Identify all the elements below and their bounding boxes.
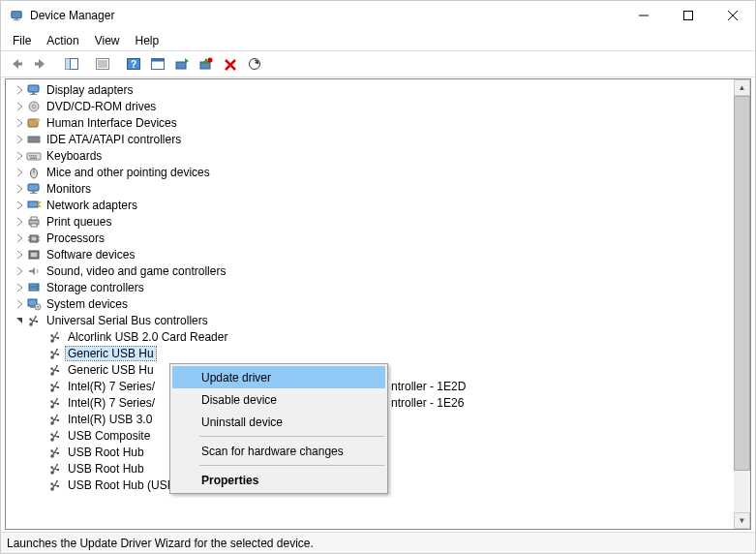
svg-rect-7	[17, 63, 22, 66]
tree-category[interactable]: Software devices	[6, 246, 734, 262]
svg-point-104	[50, 400, 52, 402]
tree-category[interactable]: Processors	[6, 230, 734, 246]
svg-point-134	[50, 482, 52, 484]
svg-rect-25	[28, 85, 39, 92]
tree-category[interactable]: System devices	[6, 295, 734, 312]
scroll-thumb[interactable]	[734, 96, 750, 471]
tree-item[interactable]: Alcorlink USB 2.0 Card Reader	[6, 328, 734, 345]
usb-icon	[46, 461, 64, 477]
svg-rect-10	[66, 59, 71, 70]
monitor-icon	[25, 82, 43, 98]
svg-rect-84	[57, 354, 59, 355]
svg-point-31	[36, 118, 40, 122]
show-hide-tree-button[interactable]	[60, 53, 83, 75]
menu-file[interactable]: File	[5, 32, 39, 49]
maximize-button[interactable]	[666, 1, 711, 30]
help-button[interactable]: ?	[122, 53, 145, 75]
tree-label: IDE ATA/ATAPI controllers	[45, 133, 183, 146]
properties-button[interactable]	[91, 53, 114, 75]
expand-icon[interactable]	[14, 265, 25, 277]
tree-label: Display adapters	[45, 83, 135, 97]
status-bar: Launches the Update Driver Wizard for th…	[1, 532, 755, 553]
tree-label: System devices	[45, 297, 130, 311]
tree-label: Alcorlink USB 2.0 Card Reader	[66, 330, 229, 344]
back-button[interactable]	[5, 53, 28, 75]
svg-point-122	[50, 449, 52, 451]
ctx-disable-device[interactable]: Disable device	[172, 388, 385, 411]
expand-icon[interactable]	[14, 315, 25, 326]
ctx-uninstall-device[interactable]: Uninstall device	[172, 411, 385, 433]
expand-icon[interactable]	[14, 101, 25, 112]
expand-icon[interactable]	[14, 150, 25, 162]
tree-item[interactable]: Generic USB Hu	[6, 345, 734, 361]
tree-category[interactable]: Human Interface Devices	[6, 114, 734, 131]
expand-icon[interactable]	[14, 200, 25, 211]
expand-icon[interactable]	[14, 183, 25, 195]
scroll-up-button[interactable]: ▲	[734, 79, 750, 96]
svg-rect-66	[30, 306, 35, 308]
svg-rect-1	[15, 18, 18, 20]
svg-rect-48	[30, 193, 37, 194]
svg-rect-26	[32, 92, 35, 94]
scroll-down-button[interactable]: ▼	[734, 512, 750, 529]
minimize-button[interactable]	[621, 1, 666, 30]
menu-view[interactable]: View	[87, 32, 128, 49]
vertical-scrollbar[interactable]: ▲ ▼	[734, 79, 750, 529]
expand-icon[interactable]	[14, 298, 25, 310]
ide-icon	[25, 132, 43, 147]
tree-category[interactable]: Print queues	[6, 213, 734, 230]
tree-label: Network adapters	[45, 199, 139, 212]
svg-rect-72	[36, 321, 38, 323]
ctx-separator	[199, 465, 384, 466]
tree-label: Human Interface Devices	[45, 116, 179, 130]
tree-category[interactable]: Display adapters	[6, 81, 734, 98]
app-icon	[9, 8, 24, 23]
svg-rect-51	[31, 217, 37, 220]
usb-icon	[25, 313, 43, 328]
usb-icon	[46, 346, 64, 361]
uninstall-button[interactable]	[219, 53, 242, 75]
expand-icon[interactable]	[14, 167, 25, 178]
menu-help[interactable]: Help	[128, 32, 167, 49]
expand-icon[interactable]	[14, 282, 25, 293]
tree-category[interactable]: Mice and other pointing devices	[6, 164, 734, 180]
svg-rect-41	[33, 155, 35, 157]
expand-icon[interactable]	[14, 134, 25, 145]
expand-icon[interactable]	[14, 249, 25, 261]
expand-icon[interactable]	[14, 84, 25, 96]
action-button[interactable]	[146, 53, 169, 75]
svg-rect-40	[31, 155, 33, 157]
svg-point-29	[33, 105, 36, 108]
svg-rect-114	[57, 436, 59, 438]
scan-hardware-button[interactable]	[243, 53, 266, 75]
tree-category[interactable]: Network adapters	[6, 197, 734, 213]
ctx-update-driver[interactable]: Update driver	[172, 366, 385, 388]
tree-label: Sound, video and game controllers	[45, 264, 227, 278]
close-button[interactable]	[711, 1, 755, 30]
tree-category[interactable]: IDE ATA/ATAPI controllers	[6, 131, 734, 147]
forward-button[interactable]	[29, 53, 52, 75]
disable-button[interactable]	[195, 53, 218, 75]
tree-category[interactable]: Monitors	[6, 180, 734, 197]
tree-category[interactable]: Storage controllers	[6, 279, 734, 295]
tree-label: Intel(R) USB 3.0	[66, 413, 154, 426]
expand-icon[interactable]	[14, 216, 25, 228]
tree-category[interactable]: Keyboards	[6, 147, 734, 164]
svg-rect-52	[31, 224, 37, 227]
scroll-track[interactable]	[734, 96, 750, 512]
tree-category[interactable]: Universal Serial Bus controllers	[6, 312, 734, 328]
tree-category[interactable]: Sound, video and game controllers	[6, 262, 734, 279]
expand-icon[interactable]	[14, 232, 25, 244]
ctx-properties[interactable]: Properties	[172, 469, 385, 491]
ctx-scan-hardware[interactable]: Scan for hardware changes	[172, 440, 385, 462]
monitor-icon	[25, 181, 43, 197]
tree-category[interactable]: DVD/CD-ROM drives	[6, 98, 734, 114]
svg-rect-21	[176, 62, 186, 69]
title-bar: Device Manager	[1, 1, 755, 30]
expand-icon[interactable]	[14, 117, 25, 129]
menu-action[interactable]: Action	[39, 32, 86, 49]
svg-rect-47	[32, 191, 35, 193]
svg-rect-90	[57, 370, 59, 372]
svg-point-23	[208, 58, 213, 63]
update-driver-button[interactable]	[170, 53, 194, 75]
